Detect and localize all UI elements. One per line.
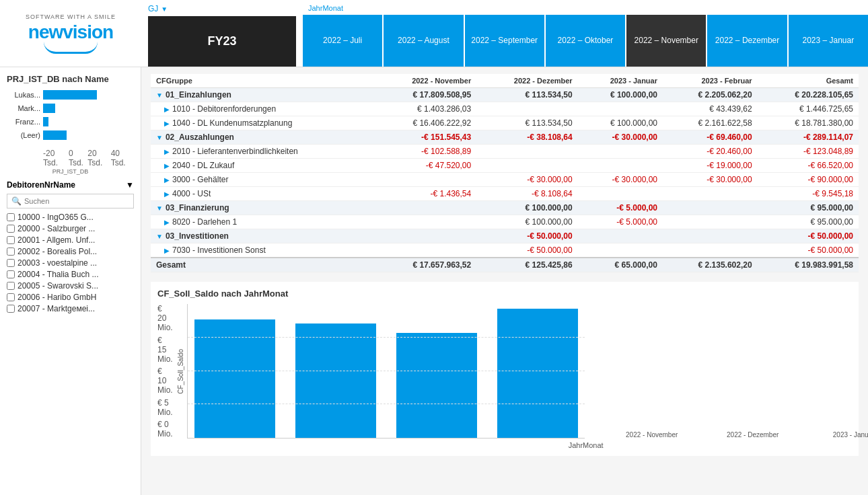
value-cell-4: -€ 9.545,18 (758, 187, 859, 201)
y-axis-tick: € 15 Mio. (157, 336, 173, 364)
logo-wrapper: SOFTWARE WITH A SMILE newvision (26, 13, 116, 54)
value-cell-0: € 1.403.286,03 (374, 102, 476, 116)
chart-bar-group (194, 304, 275, 438)
month-btn-2022-november[interactable]: 2022 – November (626, 15, 706, 67)
value-cell-3: € 2.135.602,20 (663, 258, 758, 272)
expand-icon[interactable]: ▼ (156, 134, 163, 141)
bar-label: (Leer) (7, 131, 40, 139)
bar-label: Franz... (7, 118, 40, 126)
expand-icon[interactable]: ▶ (164, 120, 170, 127)
month-btn-2022-juli[interactable]: 2022 – Juli (303, 15, 382, 67)
list-item[interactable]: 20004 - Thalia Buch ... (7, 270, 134, 279)
expand-icon[interactable]: ▶ (164, 219, 170, 226)
x-tick-label: 2022 - November (612, 431, 692, 439)
checkbox[interactable] (7, 248, 15, 256)
y-axis-tick: € 5 Mio. (157, 398, 173, 417)
value-cell-0 (374, 173, 476, 187)
logo-name: newvision (28, 22, 113, 43)
expand-icon[interactable]: ▼ (156, 233, 163, 240)
cf-gruppe-cell: ▶3000 - Gehälter (151, 173, 374, 187)
expand-icon[interactable]: ▼ (156, 91, 163, 99)
checkbox[interactable] (7, 293, 15, 301)
value-cell-3: -€ 19.000,00 (663, 159, 758, 173)
list-item[interactable]: 20007 - Marktgемei... (7, 304, 134, 313)
filter-title: DebitorenNrName ▼ (7, 180, 134, 190)
chart-bar-group (295, 304, 376, 438)
cf-gruppe-cell: ▶1010 - Debitorenforderungen (151, 102, 374, 116)
expand-icon[interactable]: ▶ (164, 190, 170, 198)
search-box[interactable]: 🔍 (7, 194, 134, 208)
col-header-1: 2022 - November (374, 74, 476, 88)
cf-gruppe-cell: Gesamt (151, 258, 374, 272)
gj-label: GJ ▼ (148, 0, 296, 16)
bar-container (43, 89, 134, 100)
checkbox[interactable] (7, 213, 15, 221)
cf-gruppe-cell: ▼02_Auszahlungen (151, 130, 374, 145)
logo-tagline: SOFTWARE WITH A SMILE (26, 13, 116, 20)
main-content: PRJ_IST_DB nach Name Lukas... Mark... Fr… (0, 67, 868, 495)
value-cell-2 (578, 145, 663, 159)
expand-icon[interactable]: ▶ (164, 162, 170, 169)
expand-icon[interactable]: ▶ (164, 106, 170, 113)
value-cell-1 (476, 145, 577, 159)
months-container: JahrMonat 2022 – Juli2022 – August2022 –… (303, 0, 868, 67)
expand-icon[interactable]: ▶ (164, 176, 170, 184)
checkbox[interactable] (7, 236, 15, 244)
value-cell-4: -€ 90.000,00 (758, 173, 859, 187)
expand-icon[interactable]: ▶ (164, 247, 170, 254)
chart-bars (187, 304, 585, 439)
list-item[interactable]: 10000 - IngO365 G... (7, 213, 134, 222)
month-btn-2022-september[interactable]: 2022 – September (465, 15, 544, 67)
value-cell-2 (578, 229, 663, 243)
checkbox[interactable] (7, 282, 15, 290)
chart-bar-group (497, 304, 578, 438)
logo-smile-icon (44, 42, 98, 54)
month-btn-2022-dezember[interactable]: 2022 – Dezember (707, 15, 787, 67)
value-cell-0: -€ 102.588,89 (374, 145, 476, 159)
list-item[interactable]: 20001 - Allgem. Unf... (7, 235, 134, 245)
x-tick-label: 2022 - Dezember (713, 431, 793, 439)
list-item[interactable]: 20000 - Salzburger ... (7, 224, 134, 233)
value-cell-0: -€ 47.520,00 (374, 159, 476, 173)
checkbox[interactable] (7, 305, 15, 313)
chevron-down-icon: ▼ (161, 5, 168, 13)
expand-icon[interactable]: ▼ (156, 204, 163, 212)
gj-dropdown[interactable]: FY23 (148, 16, 296, 67)
table-row: Gesamt€ 17.657.963,52€ 125.425,86€ 65.00… (151, 258, 859, 272)
bar-fill (43, 90, 97, 100)
list-item[interactable]: 20003 - voestalpine ... (7, 258, 134, 268)
item-label: 20003 - voestalpine ... (17, 258, 97, 268)
value-cell-2 (578, 159, 663, 173)
jahrmonat-label: JahrMonat (303, 0, 868, 15)
value-cell-3: -€ 69.460,00 (663, 130, 758, 145)
list-item[interactable]: 20006 - Haribo GmbH (7, 293, 134, 302)
bar-fill (43, 117, 48, 126)
checkbox[interactable] (7, 259, 15, 267)
value-cell-3 (663, 215, 758, 229)
chevron-down-icon[interactable]: ▼ (126, 180, 134, 190)
item-label: 20004 - Thalia Buch ... (17, 270, 99, 279)
value-cell-0 (374, 229, 476, 243)
chart-bar-fill (295, 323, 376, 438)
checkbox[interactable] (7, 270, 15, 278)
value-cell-1: -€ 50.000,00 (476, 229, 577, 243)
col-header-3: 2023 - Januar (578, 74, 663, 88)
value-cell-4: -€ 50.000,00 (758, 229, 859, 243)
search-input[interactable] (24, 197, 129, 205)
value-cell-4: € 20.228.105,65 (758, 88, 859, 102)
bar-row: (Leer) (7, 130, 134, 141)
checkbox-list: 10000 - IngO365 G...20000 - Salzburger .… (7, 213, 134, 313)
expand-icon[interactable]: ▶ (164, 148, 170, 155)
list-item[interactable]: 20005 - Swarovski S... (7, 281, 134, 291)
checkbox[interactable] (7, 225, 15, 233)
value-cell-1: € 113.534,50 (476, 88, 577, 102)
list-item[interactable]: 20002 - Borealis Pol... (7, 247, 134, 256)
value-cell-3 (663, 243, 758, 258)
value-cell-3: -€ 30.000,00 (663, 173, 758, 187)
value-cell-2 (578, 102, 663, 116)
month-btn-2022-oktober[interactable]: 2022 – Oktober (546, 15, 625, 67)
bar-fill (43, 130, 67, 140)
month-btn-2022-august[interactable]: 2022 – August (384, 15, 463, 67)
value-cell-2: -€ 30.000,00 (578, 130, 663, 145)
month-btn-2023-januar[interactable]: 2023 – Januar (789, 15, 868, 67)
